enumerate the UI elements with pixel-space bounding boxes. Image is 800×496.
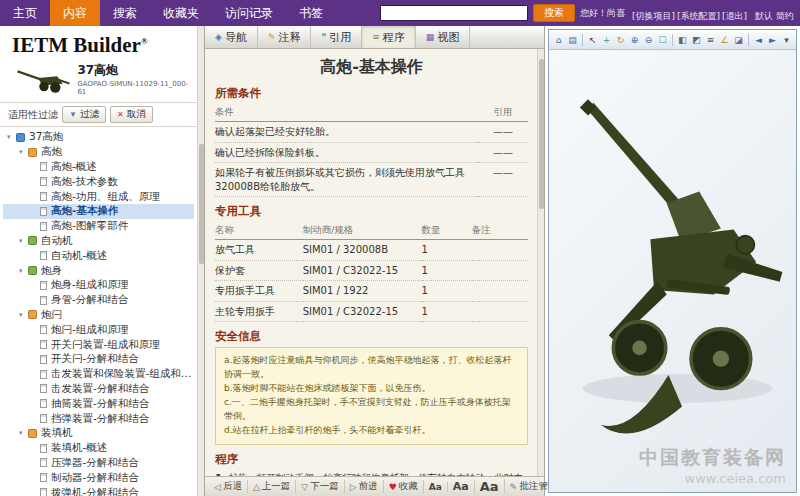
close-icon: ✕ — [117, 110, 124, 119]
tree-item[interactable]: 身管-分解和结合 — [3, 293, 194, 308]
theme-option[interactable]: 简约 — [776, 11, 794, 21]
menu-item[interactable]: 内容 — [50, 0, 100, 26]
tree-item[interactable]: ▾37高炮 — [3, 130, 194, 145]
tree-item-label: 压弹器-分解和结合 — [51, 456, 139, 470]
font-size-button[interactable]: Aa — [448, 480, 475, 493]
topbar-link[interactable]: [系统配置] — [677, 11, 720, 21]
tree-item[interactable]: ▾炮闩 — [3, 308, 194, 323]
zoom-fit-icon[interactable]: ☐ — [656, 32, 669, 48]
document-area: 高炮-基本操作 所需条件 条件 引用 确认起落架已经安好轮胎。——确认已经拆除保… — [205, 49, 544, 476]
tree-item[interactable]: 高炮-图解零部件 — [3, 219, 194, 234]
zoom-in-icon[interactable]: ⊕ — [628, 32, 641, 48]
tree-item[interactable]: 抽筒装置-分解和结合 — [3, 396, 194, 411]
tab-refs[interactable]: ❞引用 — [311, 26, 362, 48]
document-icon — [40, 355, 47, 364]
tree-item-label: 击发装置-分解和结合 — [51, 382, 149, 396]
font-size-button[interactable]: Aa — [424, 482, 448, 492]
chevron-down-icon: ▾ — [19, 237, 28, 245]
tree-item[interactable]: 装填机-概述 — [3, 441, 194, 456]
tree-item-label: 开关闩装置-组成和原理 — [51, 338, 160, 352]
home-icon[interactable]: ⌂ — [552, 32, 565, 48]
tree-item[interactable]: 自动机-概述 — [3, 248, 194, 263]
section-icon[interactable]: ◪ — [732, 32, 745, 48]
dropdown-icon[interactable]: ▾ — [780, 32, 793, 48]
product-header: 37高炮 GAOPAO-SIMUN-11029-11_000-61 — [0, 61, 204, 103]
view-iso-icon[interactable]: ◩ — [690, 32, 703, 48]
tree-item[interactable]: ▾高炮 — [3, 145, 194, 160]
menu-item[interactable]: 主页 — [0, 0, 50, 26]
tree-item[interactable]: ▾炮身 — [3, 263, 194, 278]
tree-item[interactable]: 击发装置和保险装置-组成和原理 — [3, 367, 194, 382]
tree-item[interactable]: ▾装填机 — [3, 426, 194, 441]
content-scrollbar[interactable] — [537, 49, 544, 476]
tree-item-label: 挡弹装置-分解和结合 — [51, 412, 149, 426]
sidebar-scrollbar[interactable] — [197, 26, 204, 496]
rotate-icon[interactable]: ↻ — [614, 32, 627, 48]
measure-icon[interactable]: ∠ — [718, 32, 731, 48]
model-tree-icon[interactable]: ≡ — [704, 32, 717, 48]
tree-item[interactable]: 高炮-概述 — [3, 160, 194, 175]
tab-procedure[interactable]: ≡程序 — [362, 26, 416, 48]
tree-item[interactable]: 炮闩-组成和原理 — [3, 322, 194, 337]
save-icon[interactable]: ▤ — [566, 32, 579, 48]
tree-item[interactable]: 挡弹装置-分解和结合 — [3, 411, 194, 426]
chevron-down-icon: ▾ — [7, 133, 16, 141]
select-icon[interactable]: ↖ — [586, 32, 599, 48]
tab-views[interactable]: ▦视图 — [416, 26, 471, 48]
scrollbar-thumb[interactable] — [539, 59, 544, 209]
menu-item[interactable]: 搜索 — [100, 0, 150, 26]
prev-article-button[interactable]: △上一篇 — [248, 480, 296, 493]
section-heading-safety: 安全信息 — [215, 329, 528, 344]
pan-icon[interactable]: + — [600, 32, 613, 48]
step-text: 起落：打开制动手闸，抬高行驶和炮身托架，使车轴向内转动，此时由于弹簧弹性力，经推… — [228, 471, 528, 476]
tree-item[interactable]: 高炮-技术参数 — [3, 174, 194, 189]
app-logo: IETM Builder® — [0, 26, 204, 61]
menu-item[interactable]: 访问记录 — [212, 0, 286, 26]
topbar-link[interactable]: [切换项目] — [632, 11, 675, 21]
tree-item[interactable]: 制动器-分解和结合 — [3, 470, 194, 485]
next-arrow-icon[interactable]: ► — [766, 32, 779, 48]
favorite-button[interactable]: ♥收藏 — [384, 480, 424, 493]
topbar-link[interactable]: [退出] — [722, 11, 747, 21]
view-front-icon[interactable]: ◧ — [676, 32, 689, 48]
next-article-button[interactable]: ▽下一篇 — [296, 480, 344, 493]
menu-item[interactable]: 收藏夹 — [150, 0, 212, 26]
document-icon — [40, 207, 47, 216]
greeting-text: 您好！尚喜 — [580, 7, 625, 20]
document-icon — [40, 458, 47, 467]
tab-label: 视图 — [437, 30, 459, 45]
tool-cell — [472, 301, 528, 322]
tree-item[interactable]: 高炮-功用、组成、原理 — [3, 189, 194, 204]
zoom-out-icon[interactable]: ⊖ — [642, 32, 655, 48]
tree-item[interactable]: 炮身-组成和原理 — [3, 278, 194, 293]
menu-item[interactable]: 书签 — [286, 0, 336, 26]
product-info: 37高炮 GAOPAO-SIMUN-11029-11_000-61 — [77, 62, 194, 96]
search-button[interactable]: 搜索 — [533, 4, 575, 22]
tree-item[interactable]: 击发装置-分解和结合 — [3, 382, 194, 397]
tree-item-label: 装填机 — [41, 426, 73, 440]
tree-item[interactable]: 高炮-基本操作 — [3, 204, 194, 219]
tree-item[interactable]: 拨弹机-分解和结合 — [3, 485, 194, 496]
theme-option[interactable]: 默认 — [755, 11, 773, 21]
tab-notes[interactable]: ✎注释 — [258, 26, 312, 48]
cancel-filter-button[interactable]: ✕取消 — [110, 106, 153, 123]
font-size-button[interactable]: Aa — [475, 479, 505, 494]
safety-line: d.站在拉杆上抬牵引杆的炮手，头不能对着牵引杆。 — [224, 424, 519, 438]
forward-button[interactable]: ▷前进 — [345, 480, 384, 493]
viewer-canvas[interactable]: 中国教育装备网 www.ceiea.com — [549, 50, 796, 492]
tree-item[interactable]: 开关闩-分解和结合 — [3, 352, 194, 367]
tree-item[interactable]: 压弹器-分解和结合 — [3, 456, 194, 471]
filter-button[interactable]: ▼过滤 — [62, 106, 106, 123]
prev-arrow-icon[interactable]: ◄ — [752, 32, 765, 48]
procedure-tab-icon: ≡ — [372, 32, 380, 42]
search-input[interactable] — [380, 5, 528, 21]
scrollbar-thumb[interactable] — [199, 144, 204, 264]
tree-item[interactable]: 开关闩装置-组成和原理 — [3, 337, 194, 352]
tab-nav[interactable]: ◈导航 — [205, 26, 258, 48]
tree-item-label: 高炮-图解零部件 — [51, 219, 128, 233]
condition-ref: —— — [478, 122, 528, 143]
tree-item[interactable]: ▾自动机 — [3, 234, 194, 249]
back-button[interactable]: ◁后退 — [209, 480, 248, 493]
product-name: 37高炮 — [77, 62, 194, 79]
tool-row: 放气工具SIM01 / 320008B1 — [215, 240, 528, 261]
